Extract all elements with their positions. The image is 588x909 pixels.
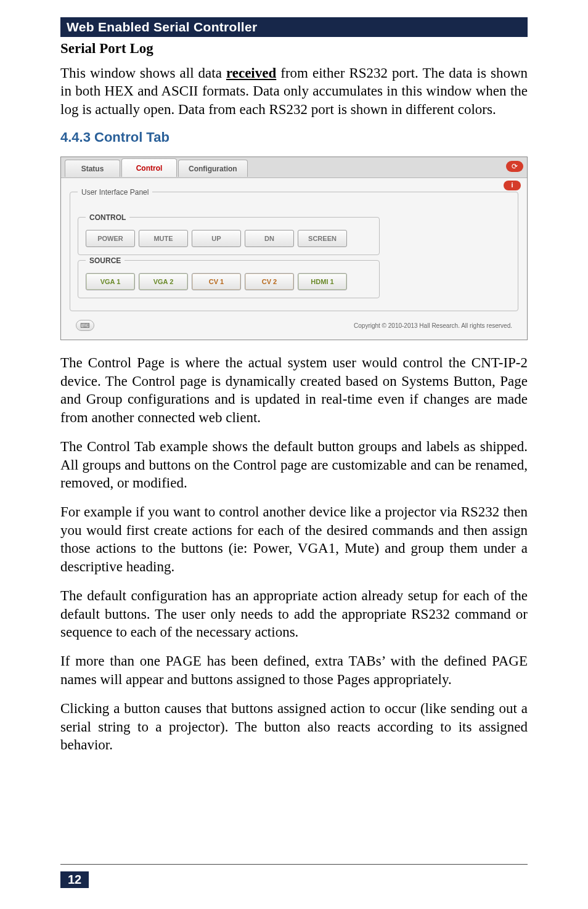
source-group-fieldset: SOURCE VGA 1 VGA 2 CV 1 CV 2 HDMI 1 (78, 260, 380, 298)
para-6: Clicking a button causes that buttons as… (60, 699, 528, 754)
control-button-row: POWER MUTE UP DN SCREEN (86, 230, 372, 247)
para-2: The Control Tab example shows the defaul… (60, 438, 528, 492)
source-button-row: VGA 1 VGA 2 CV 1 CV 2 HDMI 1 (86, 273, 372, 290)
screen-button[interactable]: SCREEN (298, 230, 347, 247)
para-3: For example if you want to control anoth… (60, 503, 528, 576)
vga2-button[interactable]: VGA 2 (139, 273, 188, 290)
underlined-received: received (226, 65, 276, 81)
text-fragment: This window shows all data (60, 65, 226, 81)
source-group-legend: SOURCE (86, 256, 125, 265)
doc-header: Web Enabled Serial Controller (60, 17, 528, 37)
vga1-button[interactable]: VGA 1 (86, 273, 135, 290)
control-group-fieldset: CONTROL POWER MUTE UP DN SCREEN (78, 217, 380, 255)
para-1: The Control Page is where the actual sys… (60, 354, 528, 426)
tab-status[interactable]: Status (65, 160, 120, 177)
footer-rule (60, 864, 528, 865)
info-icon[interactable]: i (504, 181, 521, 190)
tab-bar: Status Control Configuration ⟳ (61, 157, 527, 178)
serial-port-log-para: This window shows all data received from… (60, 64, 528, 118)
copyright-text: Copyright © 2010-2013 Hall Research. All… (354, 322, 512, 329)
mute-button[interactable]: MUTE (139, 230, 188, 247)
cv1-button[interactable]: CV 1 (192, 273, 241, 290)
cv2-button[interactable]: CV 2 (245, 273, 294, 290)
tab-configuration[interactable]: Configuration (178, 160, 248, 177)
control-tab-heading: 4.4.3 Control Tab (60, 129, 528, 145)
control-tab-screenshot: Status Control Configuration ⟳ i User In… (60, 157, 528, 340)
para-4: The default configuration has an appropr… (60, 587, 528, 641)
keyboard-icon[interactable]: ⌨ (76, 320, 94, 331)
dn-button[interactable]: DN (245, 230, 294, 247)
power-button[interactable]: POWER (86, 230, 135, 247)
tab-control[interactable]: Control (121, 158, 177, 177)
page-number: 12 (60, 871, 89, 888)
hdmi1-button[interactable]: HDMI 1 (298, 273, 347, 290)
user-interface-panel-fieldset: User Interface Panel CONTROL POWER MUTE … (70, 192, 518, 311)
ui-footer: ⌨ Copyright © 2010-2013 Hall Research. A… (70, 316, 518, 336)
control-group-legend: CONTROL (86, 213, 129, 222)
panel-area: i User Interface Panel CONTROL POWER MUT… (61, 178, 527, 340)
serial-port-log-heading: Serial Port Log (60, 41, 528, 57)
user-interface-panel-legend: User Interface Panel (78, 188, 152, 197)
up-button[interactable]: UP (192, 230, 241, 247)
para-5: If more than one PAGE has been defined, … (60, 652, 528, 688)
refresh-icon[interactable]: ⟳ (506, 161, 523, 172)
